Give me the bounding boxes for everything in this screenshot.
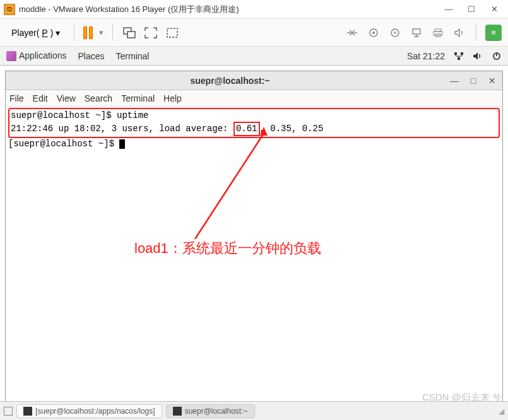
terminal-title: suepr@localhost:~ (11, 76, 449, 86)
taskbar-item-label: suepr@localhost:~ (185, 407, 248, 416)
annotation-text: load1：系统最近一分钟的负载 (134, 239, 321, 258)
vmware-window-title: moddle - VMware Workstation 16 Player (仅… (19, 4, 442, 15)
uptime-time: 21:22:46 up 18:02, (11, 124, 106, 134)
uptime-users: 3 users, (106, 124, 154, 134)
svg-rect-7 (413, 29, 420, 34)
terminal-menubar: File Edit View Search Terminal Help (6, 90, 502, 107)
terminal-window: suepr@localhost:~ ― □ ✕ File Edit View S… (5, 71, 503, 402)
menu-file[interactable]: File (9, 93, 24, 103)
prompt: suepr@localhost ~]$ (11, 110, 117, 120)
show-desktop-button[interactable] (4, 407, 13, 416)
svg-point-6 (394, 32, 396, 33)
chevron-down-icon[interactable]: ▾ (99, 28, 103, 37)
resize-grip-icon[interactable]: ◢ (499, 407, 504, 416)
menu-view[interactable]: View (57, 93, 76, 103)
player-menu-button[interactable]: Player(P) ▾ (6, 25, 65, 40)
terminal-window-controls: ― □ ✕ (449, 76, 497, 86)
cd-icon[interactable] (387, 25, 403, 40)
gnome-taskbar: [suepr@localhost:/apps/nacos/logs] suepr… (0, 401, 508, 420)
player-label-key: P (42, 28, 47, 38)
sound-icon[interactable] (452, 25, 467, 40)
svg-rect-9 (434, 32, 442, 35)
network-icon[interactable] (409, 25, 424, 40)
close-button[interactable]: ✕ (488, 3, 500, 16)
terminal-maximize-button[interactable]: □ (468, 76, 478, 86)
places-menu[interactable]: Places (78, 51, 105, 61)
connect-device-icon[interactable] (345, 25, 360, 40)
help-button[interactable]: ≡ (485, 25, 502, 41)
network-menu-icon[interactable] (454, 51, 464, 61)
gnome-top-bar: Applications Places Terminal Sat 21:22 (0, 47, 508, 66)
minimize-button[interactable]: ― (442, 3, 455, 16)
terminal-icon (173, 407, 182, 416)
player-label-suffix: ) (50, 28, 54, 38)
hdd-icon[interactable] (366, 25, 381, 40)
prompt: [suepr@localhost ~]$ (8, 139, 119, 149)
terminal-titlebar: suepr@localhost:~ ― □ ✕ (6, 71, 502, 90)
unity-button[interactable] (165, 25, 180, 40)
vmware-titlebar: ⧉ moddle - VMware Workstation 16 Player … (0, 0, 508, 19)
svg-rect-2 (167, 28, 177, 37)
svg-rect-11 (454, 52, 457, 55)
menu-help[interactable]: Help (163, 93, 182, 103)
menu-terminal[interactable]: Terminal (121, 93, 155, 103)
svg-point-5 (391, 29, 399, 37)
pause-button[interactable] (83, 26, 93, 39)
svg-rect-8 (435, 29, 441, 32)
svg-rect-13 (458, 57, 460, 60)
taskbar-item-label: [suepr@localhost:/apps/nacos/logs] (35, 407, 155, 416)
vmware-logo-icon: ⧉ (4, 4, 15, 15)
maximize-button[interactable]: ☐ (465, 3, 478, 16)
terminal-minimize-button[interactable]: ― (449, 76, 459, 86)
clock[interactable]: Sat 21:22 (407, 51, 445, 61)
player-label-prefix: Player( (11, 28, 39, 38)
applications-menu[interactable]: Applications (6, 50, 67, 61)
fullscreen-button[interactable] (143, 25, 158, 40)
vmware-toolbar: Player(P) ▾ ▾ ≡ (0, 19, 508, 47)
terminal-close-button[interactable]: ✕ (487, 76, 497, 86)
cursor (119, 139, 125, 149)
command-uptime: uptime (117, 110, 148, 120)
power-icon[interactable] (492, 51, 502, 61)
volume-icon[interactable] (473, 51, 483, 61)
printer-icon[interactable] (430, 25, 446, 40)
menu-edit[interactable]: Edit (33, 93, 48, 103)
terminal-menu-item[interactable]: Terminal (116, 51, 150, 61)
chevron-down-icon: ▾ (56, 28, 60, 38)
apps-icon (6, 51, 16, 61)
svg-rect-12 (461, 52, 463, 55)
separator (112, 25, 113, 41)
separator (74, 25, 74, 41)
terminal-body[interactable]: suepr@localhost ~]$ uptime 21:22:46 up 1… (6, 107, 502, 402)
menu-search[interactable]: Search (85, 93, 112, 103)
arrow-line (182, 132, 277, 245)
svg-rect-1 (127, 32, 135, 38)
window-controls: ― ☐ ✕ (442, 3, 504, 16)
send-keys-button[interactable] (122, 25, 137, 40)
separator (476, 25, 476, 41)
svg-point-4 (372, 32, 375, 34)
terminal-icon (23, 407, 32, 416)
taskbar-item-2[interactable]: suepr@localhost:~ (166, 404, 255, 418)
svg-line-16 (195, 134, 263, 239)
taskbar-item-1[interactable]: [suepr@localhost:/apps/nacos/logs] (16, 404, 162, 418)
